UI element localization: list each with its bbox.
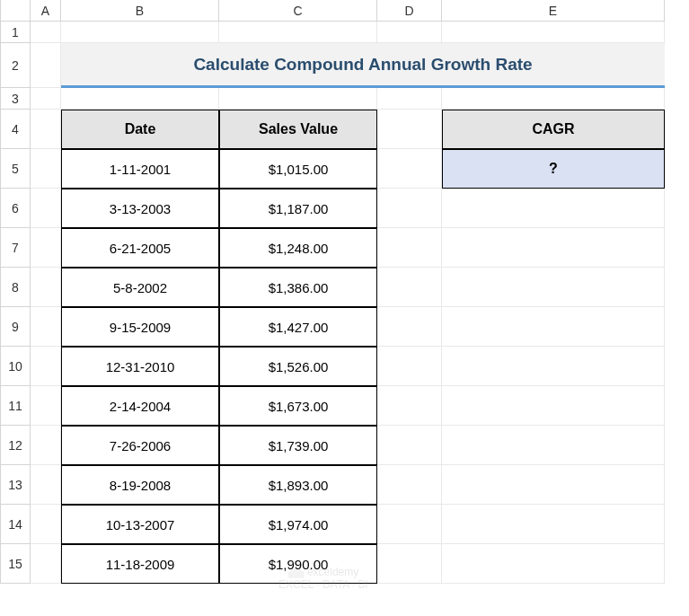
col-header-e[interactable]: E xyxy=(442,0,665,22)
cell-d12[interactable] xyxy=(377,426,442,465)
table-header-sales[interactable]: Sales Value xyxy=(219,110,377,149)
row-header-6[interactable]: 6 xyxy=(0,189,31,228)
row-header-4[interactable]: 4 xyxy=(0,110,31,149)
cell-date-1[interactable]: 3-13-2003 xyxy=(61,189,219,228)
cell-date-0[interactable]: 1-11-2001 xyxy=(61,149,219,189)
cell-e6[interactable] xyxy=(442,189,665,228)
row-header-11[interactable]: 11 xyxy=(0,386,31,426)
cell-sales-9[interactable]: $1,974.00 xyxy=(219,505,377,544)
cell-sales-4[interactable]: $1,427.00 xyxy=(219,307,377,347)
cell-d14[interactable] xyxy=(377,505,442,544)
cell-date-2[interactable]: 6-21-2005 xyxy=(61,228,219,268)
row-header-10[interactable]: 10 xyxy=(0,347,31,386)
cell-sales-7[interactable]: $1,739.00 xyxy=(219,426,377,465)
cell-date-4[interactable]: 9-15-2009 xyxy=(61,307,219,347)
cell-date-5[interactable]: 12-31-2010 xyxy=(61,347,219,386)
cagr-value[interactable]: ? xyxy=(442,149,665,189)
cell-d3[interactable] xyxy=(377,88,442,110)
col-header-d[interactable]: D xyxy=(377,0,442,22)
cell-e1[interactable] xyxy=(442,22,665,43)
cell-a10[interactable] xyxy=(31,347,61,386)
cell-d11[interactable] xyxy=(377,386,442,426)
cell-a6[interactable] xyxy=(31,189,61,228)
cell-a13[interactable] xyxy=(31,465,61,505)
cell-date-8[interactable]: 8-19-2008 xyxy=(61,465,219,505)
row-header-8[interactable]: 8 xyxy=(0,268,31,307)
cell-d1[interactable] xyxy=(377,22,442,43)
cell-sales-0[interactable]: $1,015.00 xyxy=(219,149,377,189)
cell-a9[interactable] xyxy=(31,307,61,347)
row-header-15[interactable]: 15 xyxy=(0,544,31,584)
cell-sales-3[interactable]: $1,386.00 xyxy=(219,268,377,307)
cell-e12[interactable] xyxy=(442,426,665,465)
cell-c1[interactable] xyxy=(219,22,377,43)
cell-d9[interactable] xyxy=(377,307,442,347)
cell-b1[interactable] xyxy=(61,22,219,43)
row-header-2[interactable]: 2 xyxy=(0,43,31,88)
cell-e8[interactable] xyxy=(442,268,665,307)
cell-sales-5[interactable]: $1,526.00 xyxy=(219,347,377,386)
cell-a5[interactable] xyxy=(31,149,61,189)
cagr-header[interactable]: CAGR xyxy=(442,110,665,149)
cell-a2[interactable] xyxy=(31,43,61,88)
cell-a11[interactable] xyxy=(31,386,61,426)
cell-sales-6[interactable]: $1,673.00 xyxy=(219,386,377,426)
cell-e3[interactable] xyxy=(442,88,665,110)
cell-date-6[interactable]: 2-14-2004 xyxy=(61,386,219,426)
cell-e14[interactable] xyxy=(442,505,665,544)
row-header-1[interactable]: 1 xyxy=(0,22,31,43)
cell-a1[interactable] xyxy=(31,22,61,43)
col-header-a[interactable]: A xyxy=(31,0,61,22)
row-header-12[interactable]: 12 xyxy=(0,426,31,465)
cell-date-3[interactable]: 5-8-2002 xyxy=(61,268,219,307)
cell-e13[interactable] xyxy=(442,465,665,505)
cell-e7[interactable] xyxy=(442,228,665,268)
row-header-5[interactable]: 5 xyxy=(0,149,31,189)
cell-date-10[interactable]: 11-18-2009 xyxy=(61,544,219,584)
cell-sales-10[interactable]: $1,990.00 xyxy=(219,544,377,584)
cell-e10[interactable] xyxy=(442,347,665,386)
row-header-13[interactable]: 13 xyxy=(0,465,31,505)
cell-d4[interactable] xyxy=(377,110,442,149)
spreadsheet-grid: A B C D E 1 2 Calculate Compound Annual … xyxy=(0,0,689,584)
col-header-c[interactable]: C xyxy=(219,0,377,22)
cell-d6[interactable] xyxy=(377,189,442,228)
cell-a7[interactable] xyxy=(31,228,61,268)
cell-sales-8[interactable]: $1,893.00 xyxy=(219,465,377,505)
row-header-9[interactable]: 9 xyxy=(0,307,31,347)
cell-date-9[interactable]: 10-13-2007 xyxy=(61,505,219,544)
select-all-corner[interactable] xyxy=(0,0,31,22)
cell-b3[interactable] xyxy=(61,88,219,110)
table-header-date[interactable]: Date xyxy=(61,110,219,149)
row-header-7[interactable]: 7 xyxy=(0,228,31,268)
cell-a4[interactable] xyxy=(31,110,61,149)
cell-d15[interactable] xyxy=(377,544,442,584)
cell-sales-1[interactable]: $1,187.00 xyxy=(219,189,377,228)
page-title[interactable]: Calculate Compound Annual Growth Rate xyxy=(61,43,665,88)
cell-e11[interactable] xyxy=(442,386,665,426)
row-header-14[interactable]: 14 xyxy=(0,505,31,544)
cell-a15[interactable] xyxy=(31,544,61,584)
cell-e15[interactable] xyxy=(442,544,665,584)
cell-d5[interactable] xyxy=(377,149,442,189)
cell-sales-2[interactable]: $1,248.00 xyxy=(219,228,377,268)
cell-a14[interactable] xyxy=(31,505,61,544)
row-header-3[interactable]: 3 xyxy=(0,88,31,110)
cell-d13[interactable] xyxy=(377,465,442,505)
cell-date-7[interactable]: 7-26-2006 xyxy=(61,426,219,465)
col-header-b[interactable]: B xyxy=(61,0,219,22)
cell-d8[interactable] xyxy=(377,268,442,307)
cell-e9[interactable] xyxy=(442,307,665,347)
cell-a3[interactable] xyxy=(31,88,61,110)
cell-d7[interactable] xyxy=(377,228,442,268)
cell-a8[interactable] xyxy=(31,268,61,307)
cell-c3[interactable] xyxy=(219,88,377,110)
cell-a12[interactable] xyxy=(31,426,61,465)
cell-d10[interactable] xyxy=(377,347,442,386)
